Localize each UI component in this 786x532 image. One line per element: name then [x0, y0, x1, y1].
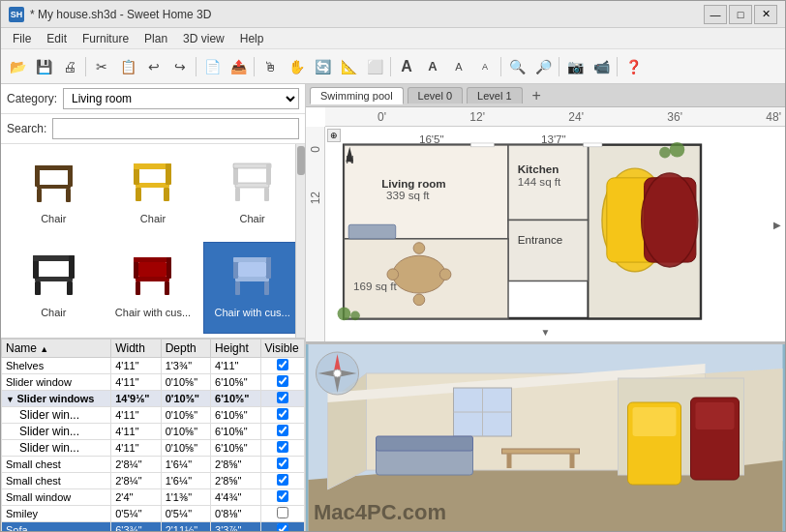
furniture-item-chair1[interactable]: Chair — [5, 148, 103, 240]
view-container: 0'12'24'36'48' 0 12 — [306, 107, 785, 532]
tb-text-xs[interactable]: A — [472, 54, 498, 79]
left-panel: Category: Living room Search: — [1, 84, 306, 532]
tb-paste[interactable]: 📄 — [199, 54, 225, 79]
visible-checkbox[interactable] — [277, 523, 288, 532]
tab-level1[interactable]: Level 1 — [467, 87, 522, 103]
table-row[interactable]: ▼ Slider windows14'9⅛"0'10⅝"6'10⅝" — [2, 391, 305, 407]
plan-compass[interactable]: ⊕ — [327, 129, 341, 142]
tb-print[interactable]: 🖨 — [57, 54, 82, 79]
tab-level0[interactable]: Level 0 — [408, 87, 463, 103]
visible-checkbox[interactable] — [277, 458, 288, 469]
tb-zoom-in[interactable]: 🔍 — [504, 54, 529, 79]
cell-name: Small chest — [2, 473, 111, 489]
table-row[interactable]: Slider window4'11"0'10⅝"6'10⅝" — [2, 374, 305, 391]
cell-depth: 2'11½" — [161, 522, 210, 533]
plan-scroll-right[interactable]: ▶ — [773, 220, 781, 230]
visible-checkbox[interactable] — [277, 474, 288, 486]
properties-table-container: Name ▲ Width Depth Height Visible Shelve… — [1, 338, 305, 532]
tb-cut[interactable]: ✂ — [89, 54, 114, 79]
svg-point-66 — [350, 310, 360, 320]
visible-checkbox[interactable] — [277, 441, 288, 453]
visible-checkbox[interactable] — [277, 425, 288, 436]
chair2-label: Chair — [140, 213, 166, 224]
svg-rect-28 — [134, 257, 171, 262]
cell-height: 2'8⅝" — [211, 457, 260, 473]
maximize-button[interactable]: □ — [729, 5, 752, 24]
tb-new[interactable]: 📂 — [5, 54, 30, 79]
tb-pan[interactable]: ✋ — [284, 54, 309, 79]
menu-help[interactable]: Help — [232, 30, 272, 47]
svg-rect-11 — [166, 163, 171, 185]
tb-text-large[interactable]: A — [394, 54, 419, 79]
furniture-scrollbar[interactable] — [295, 144, 305, 338]
tb-save[interactable]: 💾 — [31, 54, 56, 79]
menu-edit[interactable]: Edit — [39, 30, 75, 47]
tb-rotate[interactable]: 🔄 — [310, 54, 335, 79]
tb-undo[interactable]: ↩ — [141, 54, 166, 79]
category-select[interactable]: Living room — [63, 88, 299, 109]
cell-width: 4'11" — [111, 407, 161, 424]
visible-checkbox[interactable] — [277, 507, 288, 518]
cell-depth: 0'10⅝" — [161, 391, 210, 407]
visible-checkbox[interactable] — [277, 392, 288, 403]
table-row[interactable]: Slider win...4'11"0'10⅝"6'10⅝" — [2, 407, 305, 424]
close-button[interactable]: ✕ — [754, 5, 777, 24]
tab-add-button[interactable]: + — [527, 85, 547, 106]
col-header-visible[interactable]: Visible — [260, 340, 304, 358]
table-row[interactable]: Small chest2'8¼"1'6¼"2'8⅝" — [2, 473, 305, 489]
3d-view[interactable]: Mac4PC.com — [306, 344, 785, 532]
tb-camera[interactable]: 📷 — [562, 54, 588, 79]
plan-scroll-down[interactable]: ▼ — [541, 327, 551, 338]
floor-plan-view[interactable]: 0'12'24'36'48' 0 12 — [306, 107, 785, 344]
menu-plan[interactable]: Plan — [136, 30, 175, 47]
menu-file[interactable]: File — [5, 30, 39, 47]
chair2-icon — [124, 153, 182, 211]
furniture-item-chair2[interactable]: Chair — [105, 148, 202, 240]
tb-import[interactable]: 📤 — [226, 54, 251, 79]
visible-checkbox[interactable] — [277, 359, 288, 370]
visible-checkbox[interactable] — [277, 375, 288, 387]
cell-width: 4'11" — [111, 440, 161, 457]
cell-height: 0'8⅛" — [211, 506, 260, 522]
tb-help[interactable]: ❓ — [620, 54, 646, 79]
minimize-button[interactable]: — — [704, 5, 727, 24]
tb-copy[interactable]: 📋 — [115, 54, 140, 79]
table-row[interactable]: Sofa6'3¾"2'11½"3'3⅞" — [2, 522, 305, 533]
col-header-depth[interactable]: Depth — [161, 340, 210, 358]
visible-checkbox[interactable] — [277, 490, 288, 502]
table-row[interactable]: Slider win...4'11"0'10⅝"6'10⅝" — [2, 440, 305, 457]
table-row[interactable]: Smiley0'5¼"0'5¼"0'8⅛" — [2, 506, 305, 522]
table-row[interactable]: Small chest2'8¼"1'6¼"2'8⅝" — [2, 457, 305, 473]
chair4-icon — [24, 247, 82, 305]
menu-furniture[interactable]: Furniture — [75, 30, 136, 47]
furniture-item-chair3[interactable]: Chair — [203, 148, 301, 240]
table-row[interactable]: Shelves4'11"1'3¾"4'11" — [2, 358, 305, 374]
search-label: Search: — [7, 122, 46, 135]
table-row[interactable]: Small window2'4"1'1⅜"4'4¾" — [2, 489, 305, 506]
cell-width: 4'11" — [111, 374, 161, 391]
menu-3dview[interactable]: 3D view — [175, 30, 232, 47]
furniture-item-chair4[interactable]: Chair — [5, 242, 103, 334]
toolbar: 📂 💾 🖨 ✂ 📋 ↩ ↪ 📄 📤 🖱 ✋ 🔄 📐 ⬜ A A A A 🔍 🔎 … — [1, 49, 785, 84]
table-row[interactable]: Slider win...4'11"0'10⅝"6'10⅝" — [2, 424, 305, 440]
tb-draw-wall[interactable]: 📐 — [336, 54, 361, 79]
col-header-width[interactable]: Width — [111, 340, 161, 358]
tb-camera2[interactable]: 📹 — [589, 54, 614, 79]
furniture-item-chair-cus1[interactable]: Chair with cus... — [105, 242, 202, 334]
tab-swimming-pool[interactable]: Swimming pool — [310, 87, 404, 104]
furniture-item-chair-cus2[interactable]: Chair with cus... — [203, 242, 301, 334]
visible-checkbox[interactable] — [277, 408, 288, 420]
tb-zoom-out[interactable]: 🔎 — [530, 54, 556, 79]
svg-rect-23 — [69, 255, 75, 279]
search-input[interactable] — [52, 118, 299, 139]
category-row: Category: Living room — [1, 84, 305, 114]
tb-select[interactable]: 🖱 — [257, 54, 283, 79]
tb-text-medium[interactable]: A — [420, 54, 445, 79]
col-header-name[interactable]: Name ▲ — [2, 340, 111, 358]
tb-redo[interactable]: ↪ — [167, 54, 193, 79]
tb-text-small[interactable]: A — [446, 54, 471, 79]
col-header-height[interactable]: Height — [211, 340, 260, 358]
chair-cus2-icon — [224, 247, 282, 305]
svg-point-98 — [334, 369, 342, 377]
tb-room[interactable]: ⬜ — [362, 54, 387, 79]
